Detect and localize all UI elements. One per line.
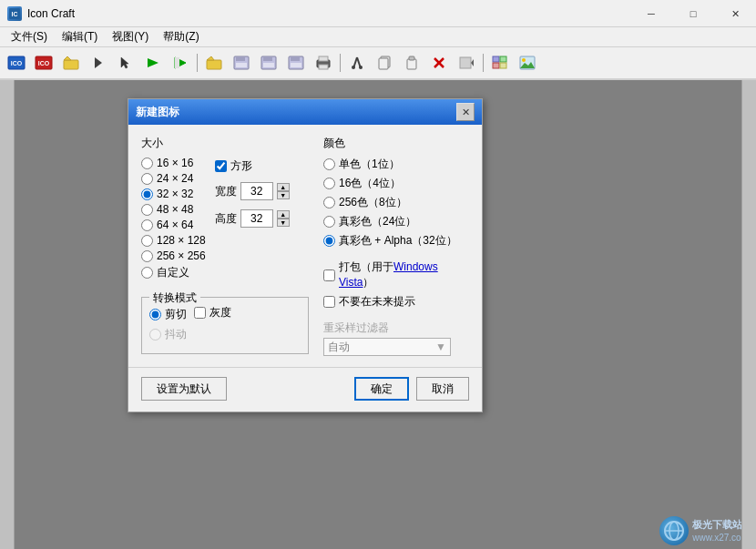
size-custom[interactable]: 自定义 [141, 265, 206, 280]
toolbar-save1-btn[interactable] [229, 50, 254, 76]
dither-radio[interactable] [149, 329, 161, 341]
crop-radio-item[interactable]: 剪切 [149, 307, 187, 322]
size-16-radio[interactable] [141, 158, 153, 169]
height-input[interactable] [240, 209, 273, 228]
svg-rect-40 [500, 56, 506, 62]
watermark-text: 极光下载站 www.x27.com [692, 518, 749, 543]
transform-section: 转换模式 剪切 灰度 抖动 [141, 297, 309, 354]
size-24[interactable]: 24 × 24 [141, 172, 206, 185]
right-scrollbar [741, 80, 756, 549]
height-label: 高度 [215, 211, 237, 227]
watermark-logo [659, 516, 689, 545]
width-row: 宽度 ▲ ▼ [215, 182, 290, 200]
size-32-label: 32 × 32 [157, 188, 193, 200]
svg-rect-39 [493, 56, 499, 62]
size-48-radio[interactable] [141, 204, 153, 216]
width-up-btn[interactable]: ▲ [277, 183, 290, 191]
svg-rect-42 [500, 63, 506, 68]
color-24bit-radio[interactable] [323, 216, 335, 228]
color-4bit-radio[interactable] [323, 178, 335, 189]
dither-radio-item[interactable]: 抖动 [149, 327, 187, 342]
svg-rect-26 [319, 65, 328, 69]
size-custom-radio[interactable] [141, 267, 153, 279]
set-default-button[interactable]: 设置为默认 [141, 377, 227, 401]
svg-marker-10 [148, 58, 158, 67]
color-32bit[interactable]: 真彩色 + Alpha（32位） [323, 233, 469, 249]
width-down-btn[interactable]: ▼ [277, 191, 290, 199]
toolbar-ico2-btn[interactable]: ICO [31, 50, 56, 76]
size-256[interactable]: 256 × 256 [141, 249, 206, 262]
cancel-button[interactable]: 取消 [416, 377, 469, 401]
maximize-button[interactable]: □ [672, 0, 714, 27]
toolbar-arrow-btn[interactable] [86, 50, 111, 76]
svg-rect-33 [407, 59, 416, 69]
toolbar-stop-btn[interactable] [168, 50, 193, 76]
dialog-title-bar: 新建图标 ✕ [128, 99, 482, 125]
size-section-title: 大小 [141, 136, 309, 151]
svg-rect-37 [460, 57, 471, 68]
ok-button[interactable]: 确定 [354, 377, 409, 401]
color-1bit-radio[interactable] [323, 158, 335, 170]
transform-legend: 转换模式 [149, 290, 200, 306]
size-128-radio[interactable] [141, 235, 153, 247]
toolbar-sep2 [340, 54, 341, 72]
menu-view[interactable]: 视图(Y) [105, 27, 156, 46]
pack-checkbox[interactable] [323, 269, 335, 281]
toolbar-cut-btn[interactable] [344, 50, 370, 76]
size-32-radio[interactable] [141, 188, 153, 200]
main-area: 新建图标 ✕ 大小 16 × 16 24 × 24 [0, 80, 756, 549]
size-32[interactable]: 32 × 32 [141, 188, 206, 200]
footer-right: 确定 取消 [354, 377, 469, 401]
square-checkbox-item[interactable]: 方形 [215, 158, 290, 174]
size-64-radio[interactable] [141, 219, 153, 231]
toolbar-save3-btn[interactable] [283, 50, 309, 76]
svg-point-29 [352, 66, 355, 69]
transform-row2: 抖动 [149, 327, 301, 342]
toolbar-open-btn[interactable] [58, 50, 84, 76]
width-input[interactable] [240, 182, 273, 200]
size-48[interactable]: 48 × 48 [141, 203, 206, 216]
svg-text:ICO: ICO [11, 60, 23, 66]
close-button[interactable]: ✕ [714, 0, 756, 27]
grayscale-checkbox[interactable] [194, 307, 206, 319]
dialog-footer: 设置为默认 确定 取消 [128, 367, 482, 412]
size-256-radio[interactable] [141, 250, 153, 262]
toolbar-delete-btn[interactable] [426, 50, 452, 76]
no-prompt-checkbox[interactable] [323, 296, 335, 308]
height-up-btn[interactable]: ▲ [277, 210, 290, 219]
color-8bit[interactable]: 256色（8位） [323, 195, 469, 210]
height-down-btn[interactable]: ▼ [277, 219, 290, 227]
resample-section: 重采样过滤器 自动 ▼ [323, 320, 469, 356]
color-8bit-radio[interactable] [323, 197, 335, 208]
app-icon: IC [7, 6, 22, 21]
toolbar-play-btn[interactable] [140, 50, 166, 76]
size-64[interactable]: 64 × 64 [141, 219, 206, 231]
color-1bit[interactable]: 单色（1位） [323, 157, 469, 172]
toolbar-dropdown-btn[interactable] [454, 50, 479, 76]
toolbar-cursor-btn[interactable] [113, 50, 138, 76]
color-radio-group: 单色（1位） 16色（4位） 256色（8位） 真彩色（24位） [323, 157, 469, 249]
toolbar-image-btn[interactable] [515, 50, 540, 76]
color-4bit[interactable]: 16色（4位） [323, 176, 469, 191]
grayscale-checkbox-item[interactable]: 灰度 [194, 305, 231, 320]
toolbar-save2-btn[interactable] [256, 50, 281, 76]
color-32bit-radio[interactable] [323, 235, 335, 247]
minimize-button[interactable]: ─ [630, 0, 672, 27]
menu-help[interactable]: 帮助(Z) [156, 27, 206, 46]
toolbar-ico-btn[interactable]: ICO [4, 50, 29, 76]
toolbar-print-btn[interactable] [311, 50, 336, 76]
toolbar-paste-btn[interactable] [399, 50, 424, 76]
dialog-close-button[interactable]: ✕ [456, 103, 475, 121]
toolbar-copy-btn[interactable] [372, 50, 397, 76]
toolbar-grid-btn[interactable] [487, 50, 513, 76]
size-128[interactable]: 128 × 128 [141, 234, 206, 247]
menu-file[interactable]: 文件(S) [4, 27, 55, 46]
crop-radio[interactable] [149, 309, 161, 320]
size-24-radio[interactable] [141, 173, 153, 185]
size-16[interactable]: 16 × 16 [141, 157, 206, 169]
toolbar-folder-btn[interactable] [201, 50, 227, 76]
menu-edit[interactable]: 编辑(T) [55, 27, 105, 46]
crop-label: 剪切 [165, 307, 187, 322]
square-checkbox[interactable] [215, 160, 227, 172]
color-24bit[interactable]: 真彩色（24位） [323, 214, 469, 229]
